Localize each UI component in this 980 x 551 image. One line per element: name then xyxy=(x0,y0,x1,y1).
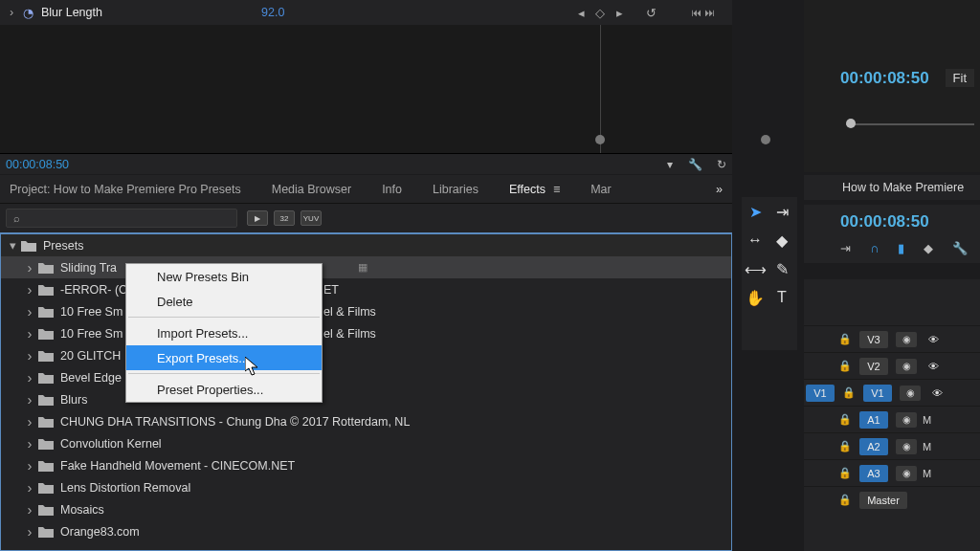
track-label[interactable]: V1 xyxy=(863,385,892,402)
lock-icon[interactable]: 🔒 xyxy=(836,386,861,399)
track-row[interactable]: V1 🔒 V1 ◉ 👁 xyxy=(804,379,980,406)
effects-search-box[interactable]: ⌕ xyxy=(6,209,237,228)
preset-item[interactable]: Fake Handheld Movement - CINECOM.NET xyxy=(1,454,731,476)
mute-button[interactable]: M xyxy=(923,414,931,426)
loop-icon[interactable]: ↻ xyxy=(717,158,726,171)
marker-icon[interactable]: ◆ xyxy=(924,241,933,255)
track-label[interactable]: Master xyxy=(859,492,907,509)
track-row[interactable]: 🔒 Master xyxy=(804,486,980,513)
preset-item[interactable]: Lens Distortion Removal xyxy=(1,476,731,498)
chevron-right-icon[interactable] xyxy=(22,413,37,430)
lock-icon[interactable]: 🔒 xyxy=(833,333,858,345)
chevron-right-icon[interactable] xyxy=(22,259,37,276)
type-tool-icon[interactable]: T xyxy=(768,283,795,312)
track-row[interactable]: 🔒 V3 ◉ 👁 xyxy=(804,325,980,352)
preset-item[interactable]: 20 GLITCH xyxy=(1,344,731,366)
track-label[interactable]: A2 xyxy=(859,438,888,455)
tab-project[interactable]: Project: How to Make Premiere Pro Preset… xyxy=(0,175,256,203)
track-select-tool-icon[interactable]: ⇥ xyxy=(768,197,795,226)
hand-tool-icon[interactable]: ✋ xyxy=(742,283,768,312)
wrench-icon[interactable]: 🔧 xyxy=(688,158,702,171)
lock-icon[interactable]: 🔒 xyxy=(833,360,858,372)
effects-search-input[interactable] xyxy=(26,211,217,225)
source-patch[interactable]: V1 xyxy=(806,385,835,402)
tab-effects[interactable]: Effects ≡ xyxy=(494,175,575,203)
preset-item[interactable]: Blurs xyxy=(1,388,731,410)
track-toggle[interactable]: ◉ xyxy=(896,332,917,347)
track-toggle[interactable]: ◉ xyxy=(896,412,917,428)
32bit-chip[interactable]: 32 xyxy=(274,210,295,226)
insert-mode-icon[interactable]: ⇥ xyxy=(840,241,851,255)
effect-playhead-handle[interactable] xyxy=(595,135,605,144)
program-scrubber[interactable] xyxy=(846,117,974,132)
track-toggle[interactable]: ◉ xyxy=(896,466,917,481)
track-toggle[interactable]: ◉ xyxy=(900,386,921,401)
reset-param-icon[interactable]: ↺ xyxy=(646,6,657,20)
pen-tool-icon[interactable]: ✎ xyxy=(768,254,795,283)
chevron-right-icon[interactable] xyxy=(22,523,37,540)
settings-icon[interactable]: 🔧 xyxy=(952,241,968,255)
eye-icon[interactable]: 👁 xyxy=(923,361,944,372)
ripple-edit-tool-icon[interactable]: ↔ xyxy=(742,226,768,254)
param-expand-chevron[interactable]: › xyxy=(0,6,23,19)
tab-info[interactable]: Info xyxy=(367,175,417,203)
tabs-overflow-icon[interactable]: » xyxy=(716,183,732,196)
chevron-right-icon[interactable] xyxy=(22,501,37,518)
track-row[interactable]: 🔒 V2 ◉ 👁 xyxy=(804,352,980,379)
lock-icon[interactable]: 🔒 xyxy=(833,413,858,426)
keyframe-nav[interactable]: ◂ ◇ ▸ xyxy=(578,6,627,20)
track-toggle[interactable]: ◉ xyxy=(896,439,917,454)
scrubber-thumb[interactable] xyxy=(846,119,856,128)
chevron-right-icon[interactable] xyxy=(22,479,37,496)
preset-item[interactable]: Bevel Edge xyxy=(1,366,731,388)
eye-icon[interactable]: 👁 xyxy=(926,387,947,399)
track-row[interactable]: 🔒 A2 ◉ M xyxy=(804,432,980,459)
mute-button[interactable]: M xyxy=(923,441,931,452)
effects-tree[interactable]: Presets Sliding Tra ▦ -ERROR- (C ET 10 F… xyxy=(0,232,732,551)
chevron-right-icon[interactable] xyxy=(22,325,37,342)
preset-item[interactable]: 10 Free Sm el & Films xyxy=(1,300,731,322)
keyframe-jump-icons[interactable]: ⏮ ⏭ xyxy=(691,7,715,18)
selection-tool-icon[interactable]: ➤ xyxy=(742,197,768,226)
ctx-preset-properties[interactable]: Preset Properties... xyxy=(126,377,322,402)
param-value[interactable]: 92.0 xyxy=(261,6,284,19)
ctx-delete[interactable]: Delete xyxy=(126,289,322,314)
effect-controls-timecode[interactable]: 00:00:08:50 xyxy=(0,158,69,171)
effect-controls-timeline[interactable] xyxy=(0,25,732,156)
stopwatch-icon[interactable]: ◔ xyxy=(23,6,33,20)
preset-item[interactable]: Mosaics xyxy=(1,498,731,520)
snap-icon[interactable]: ∩ xyxy=(870,241,879,255)
chevron-down-icon[interactable] xyxy=(5,238,20,253)
track-label[interactable]: A3 xyxy=(859,465,888,482)
preset-item[interactable]: 10 Free Sm el & Films xyxy=(1,322,731,344)
effect-zoom-handle[interactable] xyxy=(761,135,770,144)
eye-icon[interactable]: 👁 xyxy=(923,334,944,345)
ctx-export-presets[interactable]: Export Presets... xyxy=(126,345,322,370)
timeline-timecode[interactable]: 00:00:08:50 xyxy=(804,205,980,237)
chevron-right-icon[interactable] xyxy=(22,303,37,320)
tab-markers[interactable]: Mar xyxy=(575,175,627,203)
mute-button[interactable]: M xyxy=(923,468,931,479)
yuv-chip[interactable]: YUV xyxy=(301,210,322,226)
lock-icon[interactable]: 🔒 xyxy=(833,494,858,506)
chevron-right-icon[interactable] xyxy=(22,391,37,408)
slip-tool-icon[interactable]: ⟷ xyxy=(742,254,768,283)
panel-menu-icon[interactable]: ≡ xyxy=(553,183,560,196)
preset-item[interactable]: Convolution Kernel xyxy=(1,432,731,454)
preset-item[interactable]: CHUNG DHA TRANSITIONS - Chung Dha © 2017… xyxy=(1,410,731,432)
track-row[interactable]: 🔒 A1 ◉ M xyxy=(804,406,980,432)
track-row[interactable]: 🔒 A3 ◉ M xyxy=(804,459,980,486)
zoom-fit-dropdown[interactable]: Fit xyxy=(946,69,974,87)
presets-root[interactable]: Presets xyxy=(1,234,731,256)
track-label[interactable]: V2 xyxy=(859,358,888,375)
accelerated-fx-chip[interactable]: ▶ xyxy=(247,210,268,226)
lock-icon[interactable]: 🔒 xyxy=(833,440,858,452)
ctx-new-presets-bin[interactable]: New Presets Bin xyxy=(126,264,322,289)
chevron-right-icon[interactable] xyxy=(22,435,37,452)
sequence-tab[interactable]: How to Make Premiere xyxy=(804,175,980,200)
preset-item[interactable]: Sliding Tra ▦ xyxy=(1,256,731,278)
preset-item[interactable]: Orange83.com xyxy=(1,520,731,542)
chevron-right-icon[interactable] xyxy=(22,347,37,364)
tab-libraries[interactable]: Libraries xyxy=(417,175,494,203)
track-toggle[interactable]: ◉ xyxy=(896,359,917,374)
